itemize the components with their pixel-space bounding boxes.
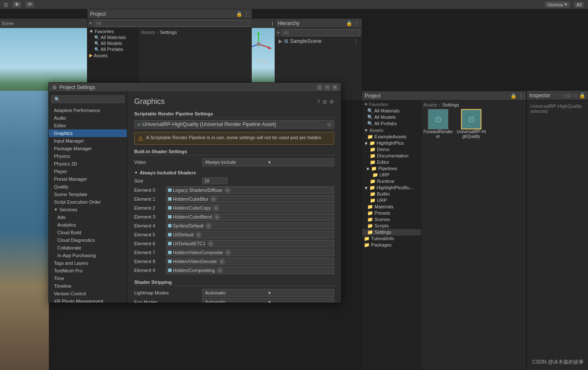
tree-urp-2[interactable]: 📁 URP <box>362 197 421 204</box>
tree-all-materials[interactable]: 🔍 All Materials <box>362 108 421 114</box>
element-6-circle-btn[interactable]: ◎ <box>208 241 214 247</box>
nav-cloud-build[interactable]: Cloud Build <box>49 229 127 236</box>
element-2-value[interactable]: Hidden/CubeCopy ◎ <box>166 204 334 212</box>
nav-analytics[interactable]: Analytics <box>49 221 127 229</box>
element-5-value[interactable]: UI/Default ◎ <box>166 231 334 238</box>
srp-field[interactable]: ⊙ UniversalRP-HighQuality (Universal Ren… <box>134 120 334 129</box>
all-models-item[interactable]: 🔍All Models <box>87 40 138 46</box>
nav-package-manager[interactable]: Package Manager <box>49 145 127 152</box>
element-1-circle-btn[interactable]: ◎ <box>211 196 217 202</box>
size-input[interactable] <box>202 177 228 184</box>
lightmap-dropdown[interactable]: Automatic ▾ <box>202 289 334 297</box>
tree-urp-1[interactable]: 📁 URP <box>362 172 421 178</box>
nav-in-app-purchasing[interactable]: In-App Purchasing <box>49 252 127 259</box>
project-search[interactable] <box>94 20 250 27</box>
tree-presets[interactable]: 📁 Presets <box>362 210 421 216</box>
element-9-value[interactable]: Hidden/Compositing ◎ <box>166 266 334 274</box>
ps-close-btn[interactable]: × <box>332 85 338 90</box>
ps-minimize-btn[interactable]: − <box>325 85 330 90</box>
hierarchy-scene-item[interactable]: ▶ ⊞ SampleScene ⋮ <box>275 37 362 45</box>
tree-scripts[interactable]: 📁 Scripts <box>362 223 421 229</box>
element-3-circle-btn[interactable]: ◎ <box>214 214 220 220</box>
element-8-value[interactable]: Hidden/VideoDecode ◎ <box>166 258 334 265</box>
gizmos-button[interactable]: Gizmos▾ <box>544 1 570 8</box>
element-8-circle-btn[interactable]: ◎ <box>219 258 225 264</box>
nav-adaptive-performance[interactable]: Adaptive Performance <box>49 107 127 114</box>
element-0-circle-btn[interactable]: ◎ <box>225 187 231 193</box>
element-0-value[interactable]: Legacy Shaders/Diffuse ◎ <box>166 186 334 194</box>
nav-time[interactable]: Time <box>49 275 127 282</box>
nav-input-manager[interactable]: Input Manager <box>49 137 127 145</box>
nav-script-execution[interactable]: Script Execution Order <box>49 198 127 206</box>
element-1-value[interactable]: Hidden/CubeBlur ◎ <box>166 195 334 203</box>
nav-preset-manager[interactable]: Preset Manager <box>49 175 127 183</box>
nav-audio[interactable]: Audio <box>49 114 127 122</box>
tree-materials[interactable]: 📁 Materials <box>362 204 421 210</box>
tree-editor[interactable]: 📁 Editor <box>362 159 421 165</box>
tree-all-prefabs[interactable]: 🔍 All Prefabs <box>362 121 421 127</box>
tree-builtin[interactable]: 📁 Builtin <box>362 191 421 197</box>
element-5-circle-btn[interactable]: ◎ <box>196 232 202 238</box>
inspector-lower-star-icon[interactable]: ☆ <box>573 92 578 98</box>
video-dropdown[interactable]: Always include ▾ <box>202 158 334 166</box>
inspector-lower-prev-icon[interactable]: ◁ <box>563 92 567 98</box>
tree-highlight-plus[interactable]: ▼📁 HighlightPlus <box>362 140 421 146</box>
bottom-scene-bg <box>0 91 49 370</box>
nav-timeline[interactable]: Timeline <box>49 282 127 290</box>
tree-pipelines[interactable]: ▼📁 Pipelines <box>362 165 421 172</box>
inspector-lower-next-icon[interactable]: ▷ <box>568 92 572 98</box>
nav-tags-layers[interactable]: Tags and Layers <box>49 259 127 267</box>
element-2-circle-btn[interactable]: ◎ <box>213 205 219 211</box>
hierarchy-search[interactable] <box>281 29 360 36</box>
nav-collaborate[interactable]: Collaborate <box>49 244 127 252</box>
element-7-circle-btn[interactable]: ◎ <box>225 249 231 255</box>
tree-tutorial-info[interactable]: 📁 TutorialInfo <box>362 235 421 242</box>
tree-documentation[interactable]: 📁 Documentation <box>362 153 421 159</box>
nav-textmesh-pro[interactable]: TextMesh Pro <box>49 267 127 275</box>
tree-highlightplusbu[interactable]: ▼📁 HighlightPlusBu... <box>362 185 421 191</box>
asset-forward-renderer[interactable]: ⊙ ForwardRenderer <box>423 109 453 139</box>
nav-services[interactable]: ▼ Services <box>49 206 127 213</box>
help-icon[interactable]: ? <box>317 99 320 105</box>
tree-runtime[interactable]: 📁 Runtime <box>362 178 421 185</box>
element-4-value[interactable]: Sprites/Default ◎ <box>166 222 334 230</box>
tree-demo[interactable]: 📁 Demo <box>362 146 421 153</box>
srp-circle-btn[interactable]: ◎ <box>327 121 331 127</box>
tree-packages[interactable]: 📁 Packages <box>362 242 421 248</box>
tree-all-models[interactable]: 🔍 All Models <box>362 114 421 121</box>
nav-quality[interactable]: Quality <box>49 183 127 191</box>
nav-scene-template[interactable]: Scene Template <box>49 191 127 198</box>
fog-dropdown[interactable]: Automatic ▾ <box>202 298 334 303</box>
nav-xr-plugin[interactable]: XR Plugin Management <box>49 297 127 303</box>
element-3-value[interactable]: Hidden/CubeBlend ◎ <box>166 213 334 221</box>
hierarchy-add-icon[interactable]: + <box>277 30 280 36</box>
settings-icon[interactable]: ⚙ <box>329 99 334 105</box>
all-button[interactable]: All <box>574 1 585 8</box>
nav-version-control[interactable]: Version Control <box>49 290 127 297</box>
project-add-icon[interactable]: + <box>89 20 92 26</box>
nav-graphics[interactable]: Graphics <box>49 129 127 137</box>
tree-scenes[interactable]: 📁 Scenes <box>362 216 421 223</box>
element-9-circle-btn[interactable]: ◎ <box>217 267 223 273</box>
toolbar-rotate-btn[interactable]: ⟳ <box>25 1 35 8</box>
nav-editor[interactable]: Editor <box>49 122 127 129</box>
nav-player[interactable]: Player <box>49 168 127 175</box>
tree-example-assets[interactable]: 📁 ExampleAssets <box>362 134 421 140</box>
element-6-value[interactable]: UI/DefaultETC1 ◎ <box>166 240 334 247</box>
tree-settings[interactable]: 📁 Settings <box>362 229 421 235</box>
nav-ads[interactable]: Ads <box>49 213 127 221</box>
element-7-value[interactable]: Hidden/VideoComposite ◎ <box>166 249 334 256</box>
nav-physics-2d[interactable]: Physics 2D <box>49 160 127 168</box>
layout-icon[interactable]: ⊞ <box>323 99 327 105</box>
element-4-circle-btn[interactable]: ◎ <box>205 223 211 229</box>
nav-physics[interactable]: Physics <box>49 152 127 160</box>
asset-urp-highquality[interactable]: ⊙ UniversalRP-HighQuality <box>456 109 486 139</box>
all-prefabs-item[interactable]: 🔍All Prefabs <box>87 46 138 52</box>
ps-search-input[interactable] <box>51 95 124 103</box>
all-materials-item[interactable]: 🔍All Materials <box>87 34 138 40</box>
ps-menu-btn[interactable]: ⋮ <box>317 85 322 90</box>
favorites-item[interactable]: ★Favorites <box>87 28 138 34</box>
assets-item[interactable]: ▶Assets <box>87 52 138 59</box>
toolbar-move-btn[interactable]: ✥ <box>12 1 22 8</box>
nav-cloud-diagnostics[interactable]: Cloud Diagnostics <box>49 236 127 244</box>
